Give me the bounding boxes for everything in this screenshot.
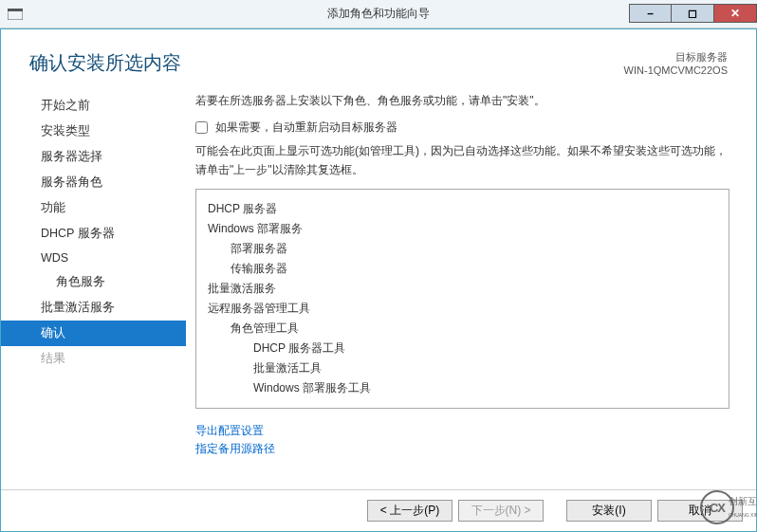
app-icon	[8, 8, 25, 21]
auto-restart-label: 如果需要，自动重新启动目标服务器	[215, 119, 397, 136]
wizard-step: 结果	[1, 346, 186, 372]
role-item: DHCP 服务器	[208, 199, 717, 219]
alt-source-link[interactable]: 指定备用源路径	[195, 440, 729, 458]
wizard-steps-sidebar: 开始之前安装类型服务器选择服务器角色功能DHCP 服务器WDS角色服务批量激活服…	[1, 85, 186, 460]
wizard-step[interactable]: 服务器角色	[1, 170, 186, 195]
selected-roles-listbox[interactable]: DHCP 服务器Windows 部署服务部署服务器传输服务器批量激活服务远程服务…	[195, 189, 729, 409]
wizard-step[interactable]: 安装类型	[1, 119, 186, 144]
wizard-step[interactable]: 批量激活服务	[1, 295, 186, 321]
svg-rect-1	[8, 9, 23, 11]
role-item: 远程服务器管理工具	[208, 299, 717, 319]
description-text: 可能会在此页面上显示可选功能(如管理工具)，因为已自动选择这些功能。如果不希望安…	[195, 141, 729, 179]
auto-restart-checkbox-row[interactable]: 如果需要，自动重新启动目标服务器	[195, 119, 729, 136]
wizard-step[interactable]: 开始之前	[1, 93, 186, 119]
export-config-link[interactable]: 导出配置设置	[195, 422, 729, 440]
role-item: 传输服务器	[231, 259, 717, 279]
next-button: 下一步(N) >	[458, 500, 544, 522]
role-item: 角色管理工具	[231, 319, 717, 339]
previous-button[interactable]: < 上一步(P)	[367, 500, 452, 522]
target-server-info: 目标服务器 WIN-1QMCVMC22OS	[624, 50, 728, 76]
action-links: 导出配置设置 指定备用源路径	[195, 422, 729, 458]
wizard-step[interactable]: 服务器选择	[1, 144, 186, 170]
window-title: 添加角色和功能向导	[327, 6, 430, 22]
intro-text: 若要在所选服务器上安装以下角色、角色服务或功能，请单击"安装"。	[195, 91, 729, 110]
cancel-button[interactable]: 取消	[657, 500, 743, 522]
window-body: 确认安装所选内容 目标服务器 WIN-1QMCVMC22OS 开始之前安装类型服…	[0, 28, 757, 532]
auto-restart-checkbox[interactable]	[195, 121, 208, 134]
close-button[interactable]: ✕	[714, 4, 757, 23]
role-item: DHCP 服务器工具	[253, 339, 717, 358]
wizard-step[interactable]: 角色服务	[1, 269, 186, 295]
wizard-header: 确认安装所选内容 目标服务器 WIN-1QMCVMC22OS	[1, 29, 756, 85]
wizard-step[interactable]: 确认	[1, 321, 186, 346]
role-item: 批量激活服务	[208, 279, 717, 299]
role-item: 部署服务器	[231, 239, 717, 259]
wizard-content: 若要在所选服务器上安装以下角色、角色服务或功能，请单击"安装"。 如果需要，自动…	[186, 85, 756, 460]
wizard-footer: < 上一步(P) 下一步(N) > 安装(I) 取消	[1, 489, 756, 531]
role-item: Windows 部署服务	[208, 219, 717, 239]
install-button[interactable]: 安装(I)	[566, 500, 652, 522]
minimize-button[interactable]: –	[629, 4, 672, 23]
maximize-button[interactable]: ◻	[672, 4, 714, 23]
target-server-value: WIN-1QMCVMC22OS	[624, 64, 728, 76]
wizard-step[interactable]: WDS	[1, 247, 186, 269]
role-item: 批量激活工具	[253, 358, 717, 378]
target-server-label: 目标服务器	[624, 50, 728, 64]
window-controls: – ◻ ✕	[629, 5, 757, 23]
titlebar: 添加角色和功能向导 – ◻ ✕	[0, 0, 757, 28]
role-item: Windows 部署服务工具	[253, 378, 717, 398]
wizard-step[interactable]: DHCP 服务器	[1, 221, 186, 247]
wizard-step[interactable]: 功能	[1, 195, 186, 221]
page-title: 确认安装所选内容	[29, 50, 181, 76]
